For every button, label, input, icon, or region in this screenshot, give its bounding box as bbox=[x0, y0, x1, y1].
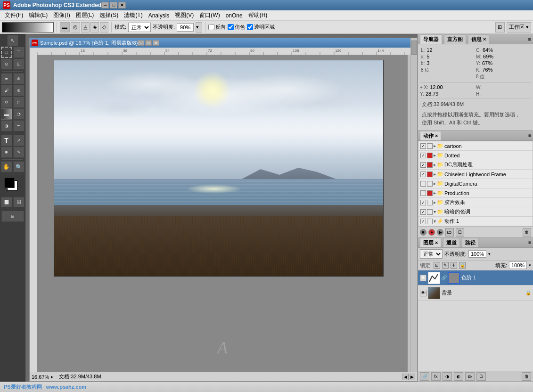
maximize-button[interactable]: □ bbox=[110, 2, 117, 8]
color-swatches[interactable] bbox=[4, 178, 21, 195]
action-item-5[interactable]: ▸📁Production bbox=[418, 188, 533, 198]
brush-tool[interactable]: 🖌 bbox=[1, 85, 12, 96]
tab-layers[interactable]: 图层 × bbox=[420, 238, 441, 247]
shape-tool[interactable]: ■ bbox=[1, 147, 12, 158]
layer-item-curves[interactable]: 👁 🔗 色阶 1 bbox=[418, 270, 533, 286]
action-check-1[interactable]: ✓ bbox=[420, 153, 426, 158]
doc-minimize-btn[interactable]: ─ bbox=[138, 40, 144, 46]
next-frame-btn[interactable]: ▶ bbox=[409, 374, 415, 380]
notes-tool[interactable]: ✎ bbox=[13, 147, 25, 158]
action-check-0[interactable]: ✓ bbox=[420, 143, 426, 149]
gradient-swatch[interactable] bbox=[2, 22, 54, 33]
action-check-6[interactable]: ✓ bbox=[420, 200, 426, 205]
workspace-icon-btn[interactable]: ⊞ bbox=[495, 22, 505, 33]
marquee-tool[interactable]: □ bbox=[1, 47, 12, 58]
v-scroll-thumb[interactable] bbox=[411, 41, 417, 55]
close-button[interactable]: ✕ bbox=[118, 2, 126, 8]
image-container[interactable]: A bbox=[37, 55, 408, 372]
action-check-2[interactable]: ✓ bbox=[420, 162, 426, 168]
path-select-tool[interactable]: ↗ bbox=[13, 135, 25, 146]
layer-eye-background[interactable]: 👁 bbox=[420, 290, 426, 296]
screen-mode-btn[interactable]: ⊟ bbox=[1, 211, 24, 222]
lock-transparent-btn[interactable]: ⊡ bbox=[434, 262, 440, 269]
action-expand-7[interactable]: ▾ bbox=[434, 209, 436, 214]
move-tool[interactable]: ↖ bbox=[7, 35, 18, 46]
foreground-color[interactable] bbox=[4, 178, 15, 188]
doc-close-btn[interactable]: ✕ bbox=[153, 40, 159, 46]
reverse-checkbox[interactable] bbox=[208, 24, 214, 30]
gradient-angle-btn[interactable]: ◬ bbox=[81, 22, 90, 33]
menu-analysis[interactable]: Analysis bbox=[146, 11, 172, 20]
menu-view[interactable]: 视图(V) bbox=[172, 10, 197, 20]
dither-checkbox[interactable] bbox=[228, 24, 234, 30]
action-item-8[interactable]: ✓▾⚡动作 1 bbox=[418, 217, 533, 226]
gradient-tool[interactable]: ▬ bbox=[1, 108, 12, 120]
menu-file[interactable]: 文件(F) bbox=[2, 10, 26, 20]
tab-paths[interactable]: 路径 bbox=[462, 238, 479, 247]
action-item-4[interactable]: ▸📁DigitalCamera bbox=[418, 179, 533, 188]
action-toggle-5[interactable] bbox=[427, 190, 433, 196]
action-item-2[interactable]: ✓▸📁DC后期处理 bbox=[418, 160, 533, 170]
tab-navigator[interactable]: 导航器 bbox=[420, 34, 442, 44]
action-check-5[interactable] bbox=[420, 190, 426, 196]
opacity-input[interactable] bbox=[177, 23, 194, 32]
clone-tool[interactable]: ⊛ bbox=[13, 85, 25, 96]
action-check-8[interactable]: ✓ bbox=[420, 219, 426, 224]
image-canvas[interactable] bbox=[54, 60, 384, 277]
spot-heal-tool[interactable]: ⊕ bbox=[13, 73, 25, 84]
opacity-stepper[interactable]: ▾ bbox=[196, 22, 202, 33]
eyedropper-tool[interactable]: ✒ bbox=[1, 73, 12, 84]
lock-pixels-btn[interactable]: ✎ bbox=[442, 262, 449, 269]
action-expand-4[interactable]: ▸ bbox=[434, 181, 436, 186]
blend-mode-select[interactable]: 正常 bbox=[128, 23, 151, 32]
workspace-dropdown-btn[interactable]: 工作区 ▾ bbox=[507, 22, 531, 33]
action-expand-1[interactable]: ▸ bbox=[434, 153, 436, 158]
gradient-radial-btn[interactable]: ◎ bbox=[71, 22, 80, 33]
action-expand-3[interactable]: ▸ bbox=[434, 172, 436, 177]
type-tool[interactable]: T bbox=[1, 135, 12, 146]
panel-close-btn[interactable]: ≡ bbox=[528, 36, 531, 42]
prev-frame-btn[interactable]: ◀ bbox=[402, 374, 409, 380]
action-item-7[interactable]: ✓▾📁暗暗的色调 bbox=[418, 207, 533, 217]
action-toggle-1[interactable] bbox=[427, 153, 433, 158]
lock-position-btn[interactable]: ✛ bbox=[451, 262, 457, 269]
lock-all-btn[interactable]: 🔒 bbox=[459, 262, 466, 269]
action-toggle-2[interactable] bbox=[427, 162, 433, 168]
action-check-4[interactable] bbox=[420, 181, 426, 187]
action-expand-6[interactable]: ▸ bbox=[434, 200, 436, 205]
transparency-checkbox-label[interactable]: 透明区域 bbox=[247, 24, 275, 31]
vertical-scrollbar[interactable] bbox=[410, 38, 417, 372]
eraser-tool[interactable]: ◻ bbox=[13, 97, 25, 108]
gradient-diamond-btn[interactable]: ◇ bbox=[100, 22, 108, 33]
actions-stop-btn[interactable]: ■ bbox=[420, 229, 426, 236]
transparency-checkbox[interactable] bbox=[247, 24, 253, 30]
actions-new-btn[interactable]: 🗋 bbox=[456, 228, 464, 237]
layer-group-btn[interactable]: 🗁 bbox=[465, 372, 475, 381]
action-item-3[interactable]: ✓▸📁Chiseled Lightwood Frame bbox=[418, 170, 533, 179]
action-check-7[interactable]: ✓ bbox=[420, 209, 426, 215]
actions-new-set-btn[interactable]: 🗁 bbox=[445, 228, 454, 237]
menu-filter[interactable]: 滤镜(T) bbox=[121, 10, 145, 20]
action-expand-8[interactable]: ▾ bbox=[434, 219, 436, 224]
actions-delete-btn[interactable]: 🗑 bbox=[523, 228, 531, 237]
gradient-linear-btn[interactable]: ▬ bbox=[60, 22, 70, 33]
reverse-checkbox-label[interactable]: 反向 bbox=[208, 24, 226, 31]
status-arrow[interactable]: ▸ bbox=[51, 374, 53, 379]
quick-select-tool[interactable]: ⊙ bbox=[1, 58, 12, 70]
menu-image[interactable]: 图像(I) bbox=[50, 10, 73, 20]
action-toggle-0[interactable] bbox=[427, 143, 433, 149]
menu-layer[interactable]: 图层(L) bbox=[73, 10, 97, 20]
dodge-tool[interactable]: ◑ bbox=[1, 120, 12, 131]
action-expand-0[interactable]: ▸ bbox=[434, 143, 436, 148]
action-item-6[interactable]: ✓▸📁胶片效果 bbox=[418, 198, 533, 207]
menu-select[interactable]: 选择(S) bbox=[97, 10, 121, 20]
actions-record-btn[interactable]: ● bbox=[428, 229, 435, 236]
action-expand-5[interactable]: ▸ bbox=[434, 190, 436, 196]
layer-mask-btn[interactable]: ◑ bbox=[443, 372, 452, 381]
action-toggle-8[interactable] bbox=[427, 219, 433, 224]
doc-maximize-btn[interactable]: □ bbox=[145, 40, 152, 46]
action-toggle-3[interactable] bbox=[427, 172, 433, 177]
zoom-tool[interactable]: 🔍 bbox=[13, 161, 25, 172]
layer-eye-curves[interactable]: 👁 bbox=[420, 275, 426, 281]
tab-actions[interactable]: 动作 × bbox=[420, 131, 441, 140]
